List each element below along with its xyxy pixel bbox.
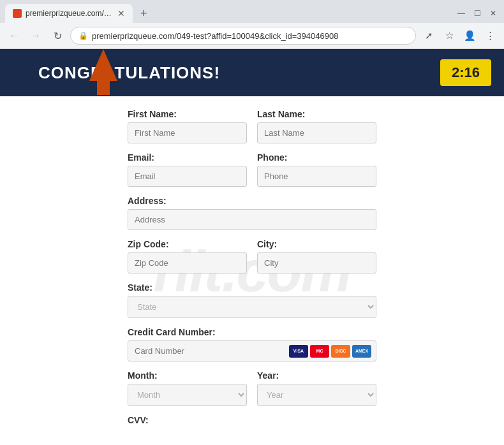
form-row-state: State: State AlabamaAlaskaArizona Arkans…: [128, 282, 376, 318]
browser-chrome: premierprizqueue.com/049-te... ✕ + — ☐ ✕…: [0, 0, 504, 49]
form-group-card: Credit Card Number: VISA MC DISC AMEX: [128, 327, 376, 361]
form-group-last-name: Last Name:: [257, 109, 376, 143]
address-bar[interactable]: 🔒 premierprizqueue.com/049-test?affid=10…: [70, 27, 416, 45]
mastercard-icon: MC: [310, 345, 329, 358]
state-select[interactable]: State AlabamaAlaskaArizona ArkansasCalif…: [128, 296, 376, 318]
year-select[interactable]: Year 2024202520262027 2028202920302031 2…: [257, 384, 376, 406]
menu-button[interactable]: ⋮: [481, 27, 499, 45]
window-controls: — ☐ ✕: [457, 9, 499, 18]
form-area: rilt.com First Name: Last Name: Email: P…: [0, 96, 504, 445]
minimize-button[interactable]: —: [457, 9, 465, 18]
phone-input[interactable]: [257, 166, 376, 187]
form-group-email: Email:: [128, 152, 247, 187]
form-row-expiry: Month: Month 01020304 05060708 09101112 …: [128, 370, 376, 406]
year-label: Year:: [257, 370, 376, 381]
card-number-wrapper: VISA MC DISC AMEX: [128, 340, 376, 361]
form-group-phone: Phone:: [257, 152, 376, 187]
zip-label: Zip Code:: [128, 239, 247, 249]
form-row-cvv: CVV:: [128, 415, 376, 425]
bookmark-button[interactable]: ☆: [440, 27, 458, 45]
tab-bar: premierprizqueue.com/049-te... ✕ + — ☐ ✕: [0, 0, 504, 23]
zip-input[interactable]: [128, 252, 247, 274]
cvv-label: CVV:: [128, 415, 376, 425]
form-row-contact: Email: Phone:: [128, 152, 376, 187]
month-label: Month:: [128, 370, 247, 381]
form-group-cvv: CVV:: [128, 415, 376, 425]
form-row-zip-city: Zip Code: City:: [128, 239, 376, 274]
form-group-city: City:: [257, 239, 376, 274]
active-tab[interactable]: premierprizqueue.com/049-te... ✕: [5, 4, 133, 23]
card-label: Credit Card Number:: [128, 327, 376, 337]
arrow-container: [89, 49, 117, 81]
form-group-address: Address:: [128, 196, 376, 230]
form-row-address: Address:: [128, 196, 376, 230]
city-input[interactable]: [257, 252, 376, 274]
email-label: Email:: [128, 152, 247, 163]
lock-icon: 🔒: [78, 31, 88, 40]
month-select[interactable]: Month 01020304 05060708 09101112: [128, 384, 247, 406]
page-content: CONGRATULATIONS! 2:16 rilt.com First Nam…: [0, 49, 504, 445]
first-name-label: First Name:: [128, 109, 247, 119]
arrow-shaft: [97, 81, 110, 95]
tab-favicon: [13, 9, 22, 18]
state-label: State:: [128, 282, 376, 293]
card-icons: VISA MC DISC AMEX: [289, 345, 371, 358]
back-button[interactable]: ←: [5, 27, 23, 45]
city-label: City:: [257, 239, 376, 249]
form-group-year: Year: Year 2024202520262027 202820292030…: [257, 370, 376, 406]
phone-label: Phone:: [257, 152, 376, 163]
form-group-first-name: First Name:: [128, 109, 247, 143]
timer-display: 2:16: [440, 59, 491, 86]
last-name-input[interactable]: [257, 122, 376, 143]
refresh-button[interactable]: ↻: [48, 27, 66, 45]
form-row-card: Credit Card Number: VISA MC DISC AMEX: [128, 327, 376, 361]
form-row-name: First Name: Last Name:: [128, 109, 376, 143]
share-button[interactable]: ➚: [420, 27, 438, 45]
address-input[interactable]: [128, 209, 376, 230]
banner-title: CONGRATULATIONS!: [38, 63, 220, 83]
arrow-up-icon: [89, 49, 117, 81]
email-input[interactable]: [128, 166, 247, 187]
visa-icon: VISA: [289, 345, 308, 358]
last-name-label: Last Name:: [257, 109, 376, 119]
first-name-input[interactable]: [128, 122, 247, 143]
forward-button[interactable]: →: [27, 27, 45, 45]
tab-close-button[interactable]: ✕: [117, 8, 125, 18]
profile-button[interactable]: 👤: [461, 27, 478, 45]
url-text: premierprizqueue.com/049-test?affid=1000…: [92, 31, 408, 41]
amex-icon: AMEX: [352, 345, 371, 358]
form-group-state: State: State AlabamaAlaskaArizona Arkans…: [128, 282, 376, 318]
discover-icon: DISC: [331, 345, 350, 358]
maximize-button[interactable]: ☐: [474, 9, 481, 18]
banner: CONGRATULATIONS! 2:16: [0, 49, 504, 96]
nav-bar: ← → ↻ 🔒 premierprizqueue.com/049-test?af…: [0, 23, 504, 48]
address-label: Address:: [128, 196, 376, 206]
tab-title: premierprizqueue.com/049-te...: [26, 9, 114, 18]
close-button[interactable]: ✕: [490, 9, 496, 18]
new-tab-button[interactable]: +: [137, 7, 151, 20]
form-group-zip: Zip Code:: [128, 239, 247, 274]
nav-actions: ➚ ☆ 👤 ⋮: [420, 27, 499, 45]
form-group-month: Month: Month 01020304 05060708 09101112: [128, 370, 247, 406]
